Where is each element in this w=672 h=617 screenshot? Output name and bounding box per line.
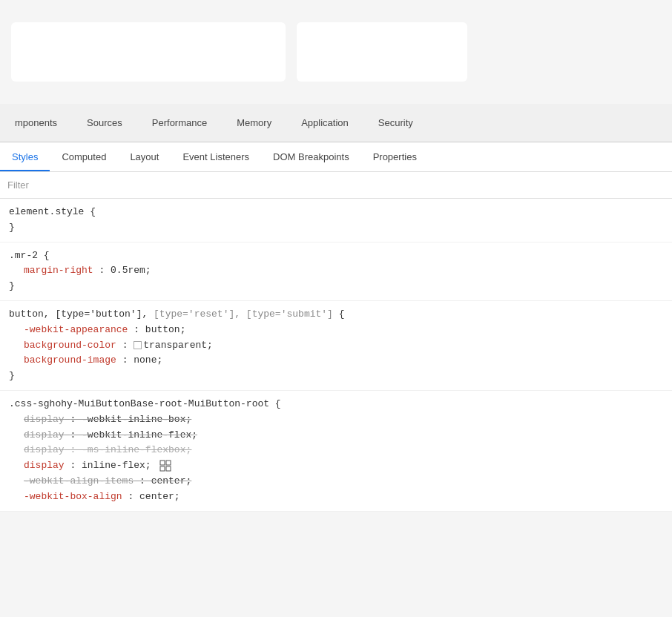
tab-sources[interactable]: Sources	[72, 104, 137, 142]
css-selector: .mr-2 {	[9, 248, 663, 264]
css-closing-brace: }	[9, 369, 663, 384]
prop-name: -webkit-box-align	[24, 491, 122, 502]
css-property-display-3: display : -ms-inline-flexbox;	[9, 443, 663, 458]
subtab-properties[interactable]: Properties	[361, 142, 429, 171]
css-block-mr2: .mr-2 { margin-right : 0.5rem; }	[0, 242, 672, 301]
css-property-background-color: background-color : transparent;	[9, 338, 663, 354]
prop-name: background-color	[24, 340, 116, 351]
css-panel: element.style { } .mr-2 { margin-right :…	[0, 199, 672, 512]
prop-value: : transparent;	[122, 340, 213, 351]
prop-value: : center;	[139, 475, 191, 486]
preview-area	[0, 0, 672, 104]
css-property-display-4: display : inline-flex;	[9, 458, 663, 474]
preview-box-2	[297, 22, 467, 82]
prop-value: : 0.5rem;	[99, 265, 151, 276]
css-property-display-2: display : -webkit-inline-flex;	[9, 428, 663, 443]
prop-value: : -ms-inline-flexbox;	[70, 444, 191, 455]
subtab-dom-breakpoints[interactable]: DOM Breakpoints	[261, 142, 361, 171]
prop-name: display	[24, 460, 65, 471]
subtab-layout[interactable]: Layout	[118, 142, 171, 171]
css-property-webkit-appearance: -webkit-appearance : button;	[9, 323, 663, 338]
css-block-element-style: element.style { }	[0, 199, 672, 242]
css-selector: .css-sghohy-MuiButtonBase-root-MuiButton…	[9, 397, 663, 412]
css-selector: element.style {	[9, 205, 663, 220]
tab-components[interactable]: mponents	[0, 104, 72, 142]
color-swatch[interactable]	[134, 341, 142, 349]
prop-name: display	[24, 444, 65, 455]
css-closing-brace: }	[9, 279, 663, 294]
prop-value: : inline-flex;	[70, 460, 151, 471]
prop-name: margin-right	[24, 265, 93, 276]
tab-memory[interactable]: Memory	[222, 104, 286, 142]
css-property: margin-right : 0.5rem;	[9, 263, 663, 279]
prop-name: background-image	[24, 354, 116, 366]
filter-input[interactable]	[7, 179, 665, 191]
prop-value: : -webkit-inline-box;	[70, 414, 191, 425]
filter-bar[interactable]	[0, 172, 672, 199]
css-property-display-1: display : -webkit-inline-box;	[9, 412, 663, 428]
grid-icon[interactable]	[159, 460, 171, 472]
prop-name: display	[24, 414, 65, 425]
selector-grey: [type='reset'], [type='submit']	[154, 308, 333, 320]
tab-application[interactable]: Application	[286, 104, 363, 142]
prop-value: : center;	[128, 491, 179, 502]
css-property-webkit-box-align: -webkit-box-align : center;	[9, 489, 663, 505]
css-block-button: button, [type='button'], [type='reset'],…	[0, 301, 672, 391]
main-tab-bar: mponents Sources Performance Memory Appl…	[0, 104, 672, 142]
subtab-computed[interactable]: Computed	[50, 142, 118, 171]
css-property-background-image: background-image : none;	[9, 353, 663, 369]
sub-tab-bar: Styles Computed Layout Event Listeners D…	[0, 142, 672, 172]
tab-performance[interactable]: Performance	[137, 104, 222, 142]
prop-name: -webkit-align-items	[24, 475, 134, 486]
css-block-mui-button: .css-sghohy-MuiButtonBase-root-MuiButton…	[0, 391, 672, 512]
prop-value: : button;	[134, 324, 185, 335]
preview-box-1	[11, 22, 286, 82]
prop-name: -webkit-appearance	[24, 324, 128, 335]
css-closing-brace: }	[9, 220, 663, 236]
css-selector: button, [type='button'], [type='reset'],…	[9, 307, 663, 323]
prop-value: : none;	[122, 354, 163, 366]
prop-name: display	[24, 429, 65, 441]
css-property-webkit-align-items: -webkit-align-items : center;	[9, 474, 663, 489]
tab-security[interactable]: Security	[363, 104, 428, 142]
subtab-styles[interactable]: Styles	[0, 142, 50, 171]
prop-value: : -webkit-inline-flex;	[70, 429, 197, 441]
subtab-event-listeners[interactable]: Event Listeners	[171, 142, 261, 171]
